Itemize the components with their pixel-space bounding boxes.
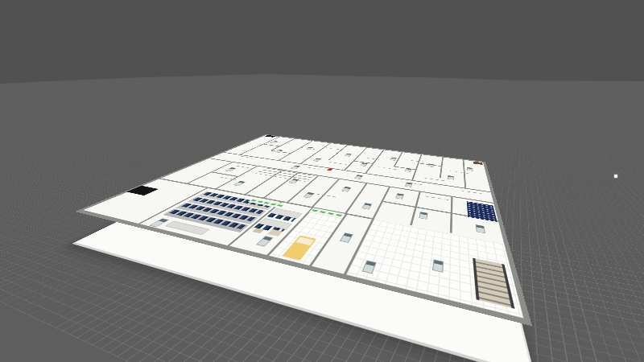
red-extinguisher-box — [327, 168, 332, 171]
wall-segment — [450, 196, 453, 233]
wall-cabinet — [448, 175, 454, 180]
wall-cabinet — [432, 259, 444, 273]
3d-viewport[interactable] — [0, 0, 644, 362]
wall-cabinet — [256, 236, 274, 246]
wall-segment — [411, 154, 422, 180]
wall-segment — [187, 162, 234, 183]
door-swing-dashes — [423, 178, 444, 181]
wall-cabinet — [361, 203, 372, 210]
wall-segment — [344, 148, 367, 171]
wall-cabinet — [312, 158, 321, 162]
wall-cabinet — [291, 165, 300, 169]
door-swing-dashes — [425, 195, 448, 200]
wall-segment — [262, 144, 279, 146]
door-swing-dashes — [378, 167, 397, 170]
navy-shelf-unit — [467, 201, 497, 222]
wall-cabinet — [288, 179, 299, 183]
wall-segment — [440, 157, 444, 178]
door-swing-dashes — [407, 159, 424, 162]
wall-segment — [210, 171, 238, 176]
wall-cabinet — [303, 192, 315, 199]
wall-cabinet — [360, 162, 368, 167]
wall-cabinet — [405, 168, 412, 172]
cursor-dot — [614, 175, 617, 178]
storage-box-1 — [267, 229, 283, 237]
wall-cabinet — [419, 212, 427, 220]
wall-cabinet — [354, 175, 363, 179]
wall-segment — [312, 179, 341, 208]
sky-background — [0, 0, 644, 88]
wall-cabinet — [395, 193, 404, 200]
door-swing-dashes — [325, 147, 339, 149]
wall-segment — [463, 160, 466, 188]
wall-cabinet — [270, 141, 279, 143]
wall-cabinet — [390, 158, 396, 161]
wall-cabinet — [427, 163, 434, 167]
wall-segment — [365, 150, 384, 173]
wall-cabinet — [476, 224, 485, 233]
wall-segment — [382, 186, 390, 200]
brown-crate — [473, 162, 483, 165]
wall-cabinet — [225, 167, 237, 171]
wall-cabinet — [467, 167, 473, 171]
black-equipment — [265, 135, 275, 138]
wall-cabinet — [233, 181, 246, 187]
wall-cabinet — [341, 187, 351, 192]
door-swing-dashes — [237, 166, 254, 169]
storage-box-2 — [252, 228, 264, 233]
door-swing-dashes — [316, 194, 336, 198]
wall-cabinet — [345, 154, 352, 157]
door-swing-dashes — [450, 171, 469, 174]
wall-cabinet — [405, 182, 413, 187]
door-swing-dashes — [329, 162, 346, 164]
wall-cabinet — [340, 232, 353, 243]
